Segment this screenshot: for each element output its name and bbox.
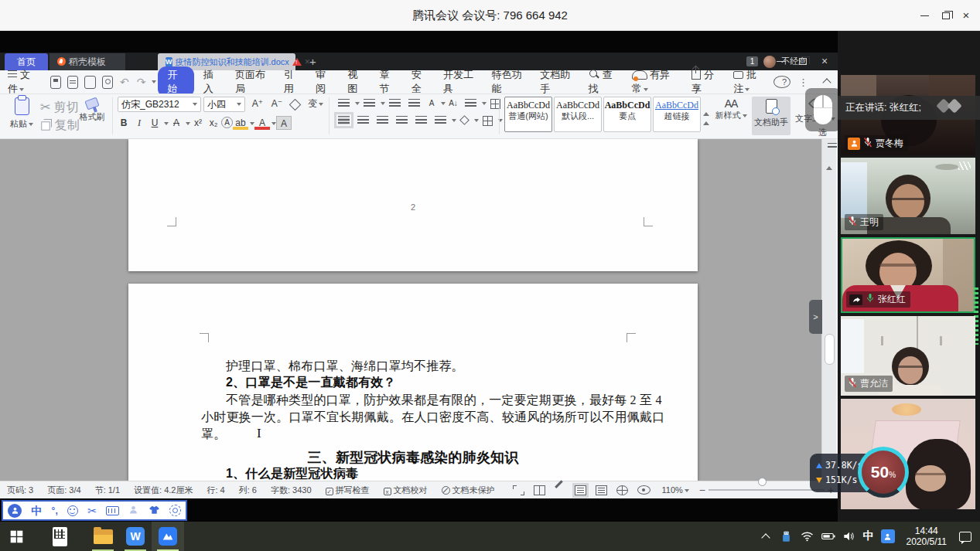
accelerator-ball[interactable]: 50% — [858, 447, 909, 498]
char-scale-icon[interactable]: A — [424, 99, 439, 109]
zoom-slider-handle[interactable] — [758, 478, 767, 486]
undo-icon[interactable]: ↶ — [116, 76, 133, 88]
menu-section[interactable]: 章节 — [371, 68, 403, 96]
status-word-count[interactable]: 字数: 3430 — [264, 485, 319, 496]
taskbar-wps[interactable]: W — [119, 522, 152, 551]
doc-proof-button[interactable]: x文档校对 — [377, 485, 435, 496]
menu-special-features[interactable]: 特色功能 — [484, 68, 533, 96]
file-menu[interactable]: 文件 — [0, 68, 47, 96]
action-center-icon[interactable] — [958, 529, 972, 543]
decrease-indent-icon[interactable] — [389, 99, 401, 107]
web-view-icon[interactable] — [616, 485, 628, 495]
eye-protect-icon[interactable] — [637, 485, 650, 495]
numbered-list-icon[interactable] — [364, 99, 375, 107]
pinyin-guide-icon[interactable]: 变 — [308, 97, 323, 111]
subscript-icon[interactable]: x₂ — [206, 116, 221, 130]
taskbar-calculator[interactable] — [43, 522, 76, 551]
wps-minimize-icon[interactable]: — — [774, 56, 788, 68]
underline-icon[interactable]: U — [147, 116, 162, 130]
enclosed-char-icon[interactable]: A — [221, 117, 233, 128]
font-size-select[interactable]: 小四 — [203, 97, 245, 112]
two-page-view-icon[interactable] — [534, 485, 545, 495]
toolbar-more-icon[interactable] — [152, 80, 156, 83]
usb-icon[interactable] — [780, 529, 794, 543]
clear-format-icon[interactable] — [291, 98, 299, 112]
menu-insert[interactable]: 插入 — [196, 68, 227, 96]
speaker-icon[interactable] — [842, 529, 856, 543]
bullet-list-icon[interactable] — [338, 99, 350, 107]
redo-icon[interactable]: ↷ — [133, 76, 150, 88]
ime-settings-icon[interactable] — [169, 505, 181, 516]
menu-review[interactable]: 审阅 — [308, 68, 340, 96]
minimize-icon[interactable] — [917, 9, 932, 22]
strikethrough-icon[interactable]: A — [169, 116, 184, 130]
page-view-icon[interactable] — [575, 485, 586, 495]
task-pane-toggle[interactable]: > — [809, 300, 822, 334]
print-icon[interactable] — [67, 76, 78, 89]
scrollbar-thumb[interactable] — [825, 334, 835, 365]
asian-layout-icon[interactable] — [465, 99, 476, 107]
ime-logo-icon[interactable] — [8, 504, 22, 518]
soft-keyboard-icon[interactable] — [106, 506, 119, 515]
video-tile-wangming[interactable]: 王明 — [841, 158, 975, 234]
start-button[interactable] — [0, 522, 32, 551]
clipboard-scissors-icon[interactable]: ✂ — [87, 505, 97, 516]
spell-check-button[interactable]: ✓拼写检查 — [319, 485, 377, 496]
taskbar-tencent-meeting[interactable] — [152, 522, 184, 551]
more-menu-icon[interactable]: ⋮ — [790, 77, 816, 88]
shading-icon[interactable] — [459, 115, 470, 125]
decrease-font-icon[interactable]: A⁻ — [269, 97, 285, 111]
ime-mode-toggle[interactable]: 中 — [31, 505, 42, 516]
skin-icon[interactable] — [149, 504, 160, 518]
zoom-level[interactable]: 110% — [655, 485, 696, 495]
cut-button[interactable]: ✂ 剪切 — [40, 100, 79, 116]
new-style-button[interactable]: AA 新样式 — [713, 97, 749, 121]
style-normal[interactable]: AaBbCcDd普通(网站) — [504, 97, 552, 132]
paste-button[interactable]: 粘贴 — [8, 97, 36, 130]
borders-icon[interactable] — [483, 116, 493, 126]
align-center-icon[interactable] — [357, 116, 369, 124]
zoom-out-icon[interactable]: − — [696, 484, 709, 496]
outline-view-icon[interactable] — [596, 485, 607, 495]
increase-indent-icon[interactable] — [408, 99, 420, 107]
document-page-1[interactable]: 2 — [128, 139, 698, 271]
print-preview-icon[interactable] — [102, 76, 113, 89]
restore-icon[interactable] — [938, 9, 954, 22]
export-icon[interactable] — [84, 76, 95, 89]
document-area[interactable]: 2 护理口罩、棉布口罩、海绵口罩均不推荐。 2、口罩是不是一直戴都有效？ 不管是… — [0, 139, 821, 481]
ink-icon[interactable] — [555, 485, 565, 495]
superscript-icon[interactable]: x² — [190, 116, 206, 130]
vertical-scrollbar[interactable]: > — [821, 139, 836, 481]
highlight-icon[interactable]: ab — [233, 116, 248, 130]
char-shading-icon[interactable]: A — [276, 116, 292, 130]
font-name-select[interactable]: 仿宋_GB2312 — [118, 97, 201, 112]
style-key-point[interactable]: AaBbCcDd要点 — [603, 97, 651, 132]
share-button[interactable]: 分享 — [684, 68, 726, 96]
increase-font-icon[interactable]: A⁺ — [250, 97, 265, 111]
collapse-ribbon-icon[interactable] — [816, 77, 838, 88]
font-color-icon[interactable]: A — [254, 116, 270, 130]
punctuation-toggle-icon[interactable]: °, — [52, 506, 58, 515]
align-right-icon[interactable] — [377, 116, 388, 124]
menu-view[interactable]: 视图 — [340, 68, 371, 96]
wifi-icon[interactable] — [801, 529, 814, 543]
menu-security[interactable]: 安全 — [404, 68, 435, 96]
close-icon[interactable]: × — [958, 9, 974, 22]
user-icon[interactable] — [128, 504, 138, 518]
taskbar-file-explorer[interactable] — [87, 522, 119, 551]
copy-button[interactable]: 复制 — [40, 117, 79, 134]
comment-button[interactable]: 批注 — [726, 68, 773, 96]
style-default-para[interactable]: AaBbCcDd默认段... — [554, 97, 602, 132]
line-spacing-icon[interactable] — [435, 116, 446, 124]
doc-assistant-button[interactable]: 文档助手 — [752, 97, 790, 135]
tab-docer[interactable]: 稻壳模板 — [50, 53, 125, 70]
wps-close-icon[interactable]: × — [818, 56, 831, 68]
menu-references[interactable]: 引用 — [276, 68, 308, 96]
taskbar-clock[interactable]: 14:44 2020/5/11 — [902, 525, 952, 547]
save-icon[interactable] — [50, 76, 61, 89]
doc-protect-button[interactable]: 文档未保护 — [435, 485, 502, 496]
style-scroll-down-icon[interactable] — [703, 108, 709, 122]
bold-icon[interactable]: B — [116, 116, 131, 130]
find-button[interactable]: 查找 — [581, 68, 624, 96]
video-tile-caoyunjie[interactable]: 曹允洁 — [841, 316, 975, 396]
